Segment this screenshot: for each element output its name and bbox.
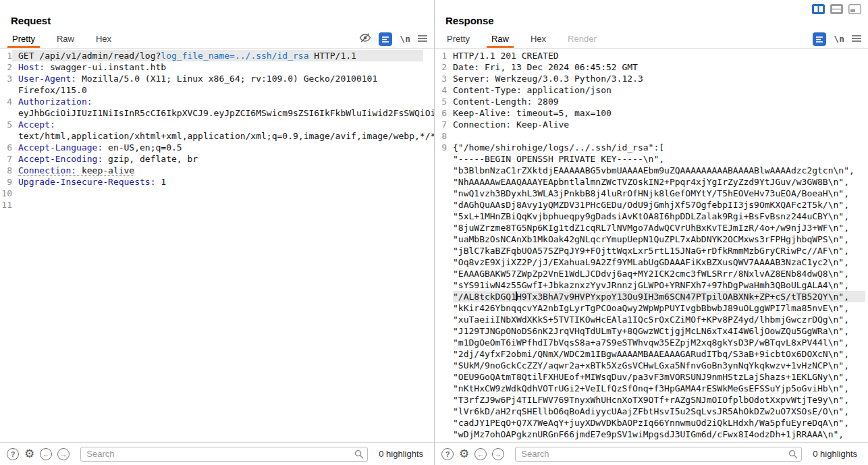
tab-pretty[interactable]: Pretty [11, 30, 36, 48]
request-search-input[interactable] [80, 447, 368, 462]
request-line-content[interactable] [12, 188, 423, 199]
response-line: 4Content-Type: application/json [435, 84, 868, 96]
response-line-content[interactable]: Content-Type: application/json [447, 84, 865, 96]
request-line-content[interactable]: Accept-Encoding: gzip, deflate, br [12, 153, 423, 165]
tab-raw[interactable]: Raw [55, 30, 76, 48]
request-line-content[interactable]: Accept: text/html,application/xhtml+xml,… [12, 119, 434, 142]
line-number: 7 [435, 119, 447, 130]
response-editor[interactable]: 1HTTP/1.1 201 CREATED2Date: Fri, 13 Dec … [435, 49, 868, 442]
request-line-content[interactable]: User-Agent: Mozilla/5.0 (X11; Linux x86_… [12, 73, 423, 96]
response-body-row[interactable]: "-----BEGIN OPENSSH PRIVATE KEY-----\n", [453, 153, 865, 165]
response-body-row[interactable]: "sYS91iwN4z55GwfI+JbkaznxzYyvJRnnzjGLWPO… [453, 279, 865, 291]
request-line-content[interactable]: Authorization: eyJhbGciOiJIUzI1NiIsInR5c… [12, 96, 434, 119]
line-number: 5 [0, 119, 12, 142]
response-line-content[interactable] [447, 130, 865, 142]
response-footer: ? ⚙ ← → 0 highlights [435, 442, 868, 465]
response-body-row[interactable]: "OEU9GoQAtmT8QtilFXHUEof+MIWsqDuv/pa3vF3… [453, 371, 865, 383]
response-body-row[interactable]: "wDjMz7ohOAPgkznURGnF66jmdE7e9pSV1wiMpgs… [453, 429, 865, 440]
line-number: 1 [435, 50, 447, 61]
line-number: 2 [0, 61, 12, 73]
hide-matches-icon[interactable] [359, 32, 371, 46]
response-body-row[interactable]: "lVr6kD/aH2rqSHEllbO6qBoAdiyycUAajZFbtHs… [453, 406, 865, 417]
response-body-row[interactable]: "NhAAAAAwEAAQAAAYEApbntlalmnZWcTVZOskIN2… [453, 176, 865, 188]
response-body-row[interactable]: "m1DgOeOmT6iWPfhdI7bVqsS8a+a7S9eSTWhvqw3… [453, 337, 865, 348]
response-body-row[interactable]: "2dj/4yfxF2obmi/QNmX/WDC2m1IBgwAAAAMBAAE… [453, 348, 865, 360]
request-line: 11 [0, 199, 434, 211]
request-line-content[interactable]: Host: swagger-ui.instant.htb [12, 61, 423, 73]
response-line-content[interactable]: Keep-Alive: timeout=5, max=100 [447, 107, 865, 119]
response-body-row[interactable]: "nKtHxCW9zWdkQdhVOTrUGi2+VeILfQzSfOnq+f3… [453, 383, 865, 394]
line-number: 4 [435, 84, 447, 96]
request-editor[interactable]: 1GET /api/v1/admin/read/log?log_file_nam… [0, 49, 434, 442]
request-line: 7Accept-Encoding: gzip, deflate, br [0, 153, 434, 165]
prev-match-icon[interactable]: ← [474, 448, 487, 460]
request-line-content[interactable]: Connection: keep-alive [12, 165, 423, 176]
prev-match-icon[interactable]: ← [40, 448, 52, 460]
response-body-row[interactable]: "8juWZrzme8TG5Np6KIg1tdZ1cqRL7lNVMgo7Adw… [453, 222, 865, 234]
response-line-content[interactable]: Content-Length: 2809 [447, 96, 865, 107]
tab-raw[interactable]: Raw [490, 30, 510, 48]
response-body-row[interactable]: "5xL+1MHnZBiQqKvjbphueqpy9gDadsiAvKtOA8I… [453, 211, 865, 222]
response-body-row[interactable]: "SUkM/9noGckCcZZY/aqwr2a+xBTk5XzGsVCHwLG… [453, 360, 865, 371]
response-search-input[interactable] [515, 447, 802, 462]
request-line: 2Host: swagger-ui.instant.htb [0, 61, 434, 73]
line-number: 5 [435, 96, 447, 107]
request-line: 10 [0, 188, 434, 199]
request-line: 4Authorization: eyJhbGciOiJIUzI1NiIsInR5… [0, 96, 434, 119]
request-line: 6Accept-Language: en-US,en;q=0.5 [0, 142, 434, 153]
tab-render[interactable]: Render [566, 30, 598, 48]
help-icon[interactable]: ? [7, 448, 19, 460]
request-line-content[interactable]: GET /api/v1/admin/read/log?log_file_name… [12, 50, 423, 61]
settings-gear-icon[interactable]: ⚙ [24, 448, 34, 460]
response-body-row[interactable]: "J129TJNGpONoDS6nK2JrqVHqTdULmTy+8QGwzWC… [453, 325, 865, 337]
request-line-content[interactable] [12, 199, 423, 211]
tab-pretty[interactable]: Pretty [445, 30, 471, 48]
response-body-row[interactable]: "T3rfZJ9w6Pj4TILFWV769TnyxWhUHcnXoTX9OTf… [453, 394, 865, 406]
tab-hex[interactable]: Hex [94, 30, 113, 48]
help-icon[interactable]: ? [441, 448, 454, 460]
response-body-row[interactable]: "/AL8tckDGQ1H9Tx3BhA7v9HVPYxpoY13Ou9IH3m… [453, 291, 865, 302]
line-number: 8 [0, 165, 12, 176]
response-body-row[interactable]: "nwQ1vzh3BDyxhL3WLA3jPnkbB8j4luRrOfHNjk8… [453, 188, 865, 199]
newline-icon[interactable]: \n [400, 34, 410, 44]
next-match-icon[interactable]: → [57, 448, 70, 460]
response-body-row[interactable]: "xuTaeiiINbXWdXKkS+5TVTIKOwHcEAla1IQcSrO… [453, 314, 865, 325]
response-pane-header: Response [435, 0, 868, 30]
response-body-row[interactable]: "kKir426YbnqqcvYA2nbIgLyrTgPCOoaQwy2WpWp… [453, 302, 865, 314]
search-icon [788, 449, 798, 462]
line-number: 3 [435, 73, 447, 84]
response-line-content[interactable]: Date: Fri, 13 Dec 2024 06:45:52 GMT [447, 61, 865, 73]
request-line-content[interactable]: Upgrade-Insecure-Requests: 1 [12, 176, 423, 188]
tab-hex[interactable]: Hex [529, 30, 547, 48]
single-view-icon[interactable] [848, 4, 861, 14]
line-number: 6 [0, 142, 12, 153]
response-body-row[interactable]: "b3BlbnNzaC1rZXktdjEAAAAABG5vbmUAAAAEbm9… [453, 165, 865, 176]
response-highlights-count: 0 highlights [813, 449, 857, 459]
response-body-row[interactable]: "dAGhQuAAsDj8Avy1yQMZDV31PHcGEDu/OdU9jGm… [453, 199, 865, 211]
request-tabbar: PrettyRawHex \n [0, 30, 434, 49]
request-line-content[interactable]: Accept-Language: en-US,en;q=0.5 [12, 142, 423, 153]
pretty-print-icon[interactable] [813, 32, 826, 46]
response-body-row[interactable]: "EAAAGBAKW57ZWpZp2VnE1WdLJCDdvj6aq+MY2IC… [453, 268, 865, 279]
newline-icon[interactable]: \n [834, 34, 844, 44]
response-tabs: PrettyRawHexRender [445, 30, 813, 48]
split-rows-view-icon[interactable] [830, 4, 843, 14]
request-line: 5Accept: text/html,application/xhtml+xml… [0, 119, 434, 142]
response-line-content[interactable]: Connection: Keep-Alive [447, 119, 865, 130]
settings-gear-icon[interactable]: ⚙ [459, 448, 469, 460]
response-line: 2Date: Fri, 13 Dec 2024 06:45:52 GMT [435, 61, 868, 73]
response-line-content[interactable]: {"/home/shirohige/logs/../.ssh/id_rsa":[… [447, 142, 865, 440]
response-line-content[interactable]: HTTP/1.1 201 CREATED [447, 50, 865, 61]
menu-icon[interactable] [418, 33, 427, 45]
response-body-row[interactable]: "jBlC7kaBZFqbUOA57SZPqJY9+FOjttWqxLxr5rt… [453, 245, 865, 256]
menu-icon[interactable] [852, 33, 861, 45]
split-columns-view-icon[interactable] [812, 4, 825, 14]
response-body-row[interactable]: "cadJY1PEqO+Q7X7WeAqY+juyXDwVDKbAOPzIq66… [453, 417, 865, 429]
response-body-row[interactable]: "Oq8vzE9XjiXZ2P/jJ/EXahuaL9A2Zf9YMLabUgG… [453, 256, 865, 268]
next-match-icon[interactable]: → [492, 448, 504, 460]
request-line: 3User-Agent: Mozilla/5.0 (X11; Linux x86… [0, 73, 434, 96]
response-line: 9{"/home/shirohige/logs/../.ssh/id_rsa":… [435, 142, 868, 440]
response-line-content[interactable]: Server: Werkzeug/3.0.3 Python/3.12.3 [447, 73, 865, 84]
response-body-row[interactable]: "uaMbBzOsNCAnXb1MkOak42gNLqcrYmupUepN1Qu… [453, 234, 865, 245]
pretty-print-icon[interactable] [379, 32, 392, 46]
